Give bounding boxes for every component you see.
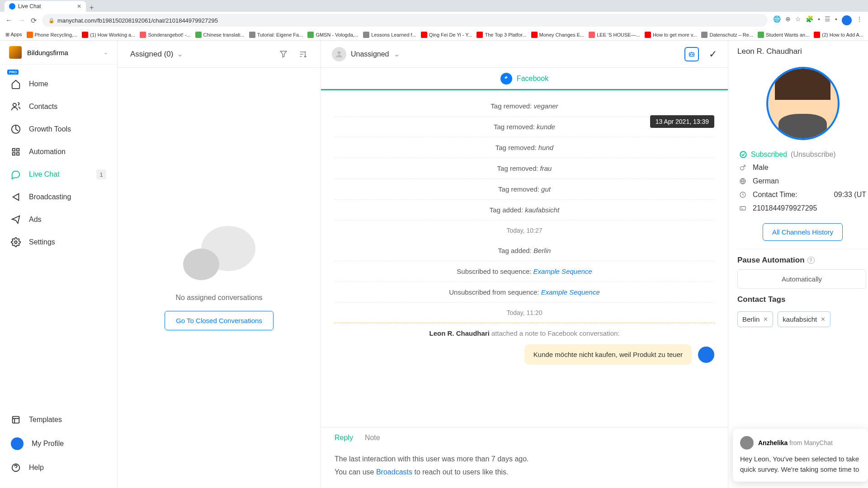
favicon [9, 3, 15, 9]
bookmark-favicon [589, 32, 595, 38]
bookmark-item[interactable]: Lessons Learned f... [363, 32, 416, 38]
info-line: The last interaction with this user was … [335, 453, 714, 466]
survey-toast[interactable]: Anzhelika from ManyChat Hey Leon, You've… [733, 429, 868, 482]
url-input[interactable]: 🔒 manychat.com/fb198150208192061/chat/21… [42, 14, 768, 27]
all-channels-history-button[interactable]: All Channels History [763, 223, 843, 241]
nav-item-home[interactable]: Home [0, 73, 117, 95]
bookmark-favicon [249, 32, 255, 38]
bookmark-item[interactable]: Student Wants an... [758, 32, 809, 38]
profile-avatar-icon[interactable] [842, 15, 852, 25]
forward-icon[interactable]: → [18, 16, 25, 24]
help-icon[interactable]: ? [807, 257, 815, 264]
menu-icon[interactable]: ⋮ [856, 15, 863, 25]
bookmark-item[interactable]: (2) How to Add A... [814, 32, 863, 38]
broadcasts-link[interactable]: Broadcasts [376, 468, 412, 476]
toast-avatar [740, 436, 754, 450]
remove-tag-icon[interactable]: ✕ [821, 316, 826, 323]
nav-item-contacts[interactable]: Contacts [0, 95, 117, 118]
assigned-dropdown[interactable]: Assigned (0) ⌄ [130, 49, 183, 59]
contact-id-value: 2101844979927295 [753, 204, 817, 212]
unsubscribe-link[interactable]: (Unsubscribe) [791, 150, 836, 159]
sequence-link[interactable]: Example Sequence [533, 267, 592, 275]
ext-icon[interactable]: ▪ [818, 15, 820, 25]
bookmark-item[interactable]: Money Changes E... [531, 32, 585, 38]
svg-rect-16 [740, 206, 745, 210]
contact-tag[interactable]: Berlin✕ [737, 311, 773, 327]
channel-tab-facebook[interactable]: Facebook [321, 68, 728, 90]
system-event: Tag removed: hund [335, 137, 714, 158]
reply-tab[interactable]: Reply [335, 427, 353, 448]
tab-title: Live Chat [18, 3, 41, 9]
nav-item-my-profile[interactable]: My Profile [0, 431, 117, 456]
nav-item-broadcasting[interactable]: Broadcasting [0, 186, 117, 208]
reload-icon[interactable]: ⟳ [31, 16, 37, 25]
bookmark-item[interactable]: LEE 'S HOUSE—... [589, 32, 640, 38]
translate-icon[interactable]: 🌐 [773, 15, 781, 25]
ext-icon[interactable]: 🧩 [806, 15, 813, 25]
apps-icon[interactable]: ⊞ Apps [5, 32, 22, 38]
svg-rect-6 [13, 417, 19, 423]
bookmark-item[interactable]: Phone Recycling,... [27, 32, 78, 38]
org-selector[interactable]: PRO Bildungsfirma ⌄ [0, 41, 117, 65]
empty-conversation-state: No assigned conversations Go To Closed C… [118, 68, 321, 488]
reply-info: The last interaction with this user was … [321, 448, 728, 488]
assignee-name: Unassigned [351, 50, 389, 58]
live-chat-icon [11, 169, 21, 179]
mark-done-icon[interactable]: ✓ [709, 48, 717, 60]
nav-item-templates[interactable]: Templates [0, 408, 117, 431]
conversation-list-header: Assigned (0) ⌄ [118, 41, 321, 68]
chat-messages[interactable]: Tag removed: veganerTag removed: kundeTa… [321, 90, 728, 427]
svg-point-11 [693, 54, 693, 55]
ext-icon[interactable]: ☰ [825, 15, 830, 25]
nav-item-live-chat[interactable]: Live Chat1 [0, 163, 117, 186]
browser-tab[interactable]: Live Chat ✕ [5, 1, 86, 12]
nav-item-automation[interactable]: Automation [0, 141, 117, 163]
bookmark-item[interactable]: GMSN - Vologda,... [307, 32, 359, 38]
bookmark-item[interactable]: How to get more v... [645, 32, 697, 38]
bookmark-favicon [476, 32, 483, 38]
remove-tag-icon[interactable]: ✕ [763, 316, 768, 323]
nav-item-growth-tools[interactable]: Growth Tools [0, 118, 117, 141]
chat-bubble-illustration [183, 226, 255, 285]
nav-item-help[interactable]: Help [0, 456, 117, 479]
sort-icon[interactable] [299, 50, 308, 59]
filter-icon[interactable] [279, 50, 288, 59]
contacts-icon [11, 102, 21, 112]
close-icon[interactable]: ✕ [77, 3, 81, 9]
settings-icon [11, 237, 21, 247]
bookmark-item[interactable]: (1) How Working a... [82, 32, 135, 38]
bookmark-item[interactable]: Datenschutz – Re... [701, 32, 753, 38]
time-separator: Today, 11:20 [335, 303, 714, 323]
bookmark-favicon [140, 32, 146, 38]
bookmark-item[interactable]: Sonderangebot! -... [140, 32, 190, 38]
nav-item-ads[interactable]: Ads [0, 208, 117, 231]
bot-icon[interactable] [684, 47, 699, 61]
home-icon [11, 79, 21, 89]
system-event: Subscribed to sequence: Example Sequence [335, 261, 714, 282]
toast-body: Hey Leon, You've been selected to take q… [740, 454, 861, 474]
globe-icon [739, 178, 747, 185]
pause-automation-select[interactable]: Automatically [737, 269, 866, 289]
back-icon[interactable]: ← [5, 16, 13, 24]
note-tab[interactable]: Note [365, 427, 380, 448]
help-icon [11, 463, 21, 473]
contact-details-panel: Leon R. Chaudhari Subscribed (Unsubscrib… [728, 41, 868, 488]
bookmark-item[interactable]: Tutorial: Eigene Fa... [249, 32, 303, 38]
sequence-link[interactable]: Example Sequence [541, 288, 600, 296]
bookmark-item[interactable]: Chinese translati... [195, 32, 245, 38]
broadcasting-icon [11, 192, 21, 202]
left-nav: PRO Bildungsfirma ⌄ HomeContactsGrowth T… [0, 41, 118, 488]
closed-conversations-button[interactable]: Go To Closed Conversations [165, 311, 274, 330]
new-tab-icon[interactable]: + [90, 4, 94, 12]
nav-item-settings[interactable]: Settings [0, 231, 117, 253]
info-line: You can use Broadcasts to reach out to u… [335, 466, 714, 479]
ext-icon[interactable]: ▪ [835, 15, 837, 25]
chat-header: Unassigned ⌄ ✓ [321, 41, 728, 68]
url-actions: 🌐 ⊕ ☆ 🧩 ▪ ☰ ▪ ⋮ [773, 15, 863, 25]
star-icon[interactable]: ☆ [795, 15, 801, 25]
assignee-dropdown[interactable]: Unassigned ⌄ [332, 47, 400, 61]
zoom-icon[interactable]: ⊕ [785, 15, 791, 25]
contact-tag[interactable]: kaufabsicht✕ [778, 311, 830, 327]
bookmark-item[interactable]: Qing Fei De Yi - Y... [421, 32, 472, 38]
bookmark-item[interactable]: The Top 3 Platfor... [476, 32, 526, 38]
